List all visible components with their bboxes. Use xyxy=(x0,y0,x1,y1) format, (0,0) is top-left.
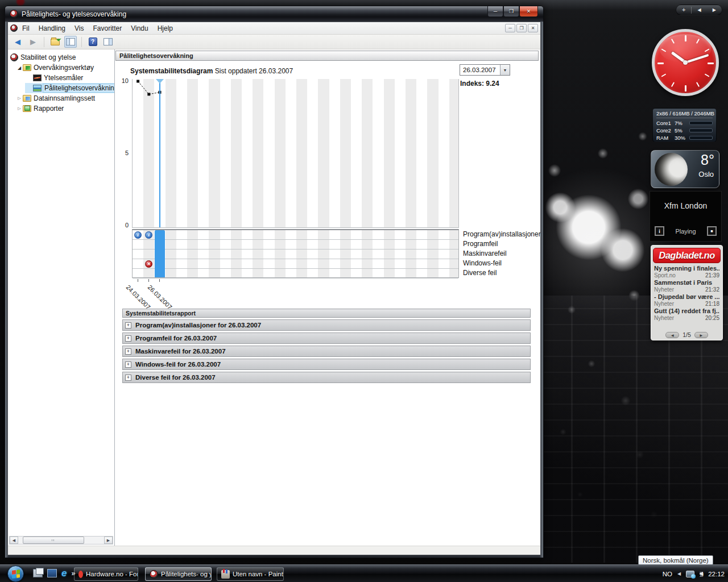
volume-icon[interactable]: ))) xyxy=(700,571,703,577)
menu-favoritter[interactable]: Favoritter xyxy=(89,23,127,34)
taskbar-button-paint[interactable]: Uten navn - Paint xyxy=(217,567,284,581)
tree-root-stabilitet-og-ytelse[interactable]: Stabilitet og ytelse xyxy=(8,52,114,63)
row-label-winfail: Windows-feil xyxy=(463,259,540,268)
rss-feed-gadget[interactable]: Dagbladet.no Ny spenning i finales... Sp… xyxy=(651,245,723,340)
help-icon: ? xyxy=(89,38,97,46)
cpu-meter-gadget[interactable]: 2x86 / 616MB / 2046MB Core1 7% Core2 5% … xyxy=(652,108,717,142)
menu-vis[interactable]: Vis xyxy=(70,23,88,34)
toolbar-separator xyxy=(44,37,44,47)
show-console-tree-button[interactable] xyxy=(64,36,77,48)
dropdown-arrow-icon[interactable]: ▼ xyxy=(500,65,510,75)
horizontal-scrollbar[interactable]: ◀ ▶ xyxy=(9,536,113,544)
scroll-left-icon[interactable]: ◀ xyxy=(10,537,18,544)
menu-fil[interactable]: Fil xyxy=(18,23,34,34)
tree-item-ytelsesmaler[interactable]: Ytelsesmåler xyxy=(8,73,114,83)
radio-stop-button[interactable]: ■ xyxy=(707,226,717,236)
expanded-arrow-icon[interactable]: ◢ xyxy=(16,65,23,70)
tree-item-palitelighetsovervakning[interactable]: Pålitelighetsovervåkning xyxy=(8,83,114,93)
report-row-winfail[interactable]: + Windows-feil for 26.03.2007 xyxy=(122,359,531,370)
status-strip xyxy=(8,546,540,555)
clock-hub xyxy=(683,60,688,65)
console-tree-icon xyxy=(66,38,75,45)
ie-icon[interactable]: e xyxy=(61,568,67,578)
network-icon[interactable] xyxy=(686,571,694,577)
event-row xyxy=(133,259,458,269)
scrollbar-thumb[interactable] xyxy=(23,537,84,544)
maximize-button[interactable]: ❐ xyxy=(503,6,519,17)
report-row-hwfail[interactable]: + Maskinvarefeil for 26.03.2007 xyxy=(122,346,531,357)
feed-item-4[interactable]: Gutt (14) reddet fra fj... Nyheter20:25 xyxy=(651,307,722,321)
weather-gadget[interactable]: 8° Oslo xyxy=(651,150,719,188)
menu-vindu[interactable]: Vindu xyxy=(126,23,152,34)
date-dropdown-value: 26.03.2007 xyxy=(460,66,500,73)
tray-collapse-icon[interactable]: ◀ xyxy=(677,571,681,576)
feed-item-2[interactable]: Sammenstøt i Paris Nyheter21:32 xyxy=(651,278,722,293)
radio-gadget[interactable]: Xfm London i Playing ■ xyxy=(650,191,722,242)
feed-page: 1/5 xyxy=(682,331,691,338)
stability-index: Indeks: 9.24 xyxy=(460,80,499,88)
info-event-icon[interactable]: i xyxy=(134,231,142,239)
minimize-button[interactable]: ─ xyxy=(487,6,503,17)
feed-item-3[interactable]: - Djupedal bør være ... Nyheter21:18 xyxy=(651,293,722,307)
show-desktop-icon[interactable] xyxy=(47,569,57,577)
date-dropdown[interactable]: 26.03.2007 ▼ xyxy=(460,64,510,76)
expand-plus-icon[interactable]: + xyxy=(125,335,131,342)
x-tick xyxy=(148,279,149,282)
event-grid[interactable]: ii✕ xyxy=(132,229,459,278)
expand-plus-icon[interactable]: + xyxy=(125,348,131,355)
menu-handling[interactable]: Handling xyxy=(34,23,70,34)
event-row xyxy=(133,250,458,259)
menu-hjelp[interactable]: Hjelp xyxy=(153,23,177,34)
row-label-misc: Diverse feil xyxy=(463,268,540,278)
close-button[interactable]: ✕ xyxy=(519,6,538,17)
radio-status: Playing xyxy=(675,228,696,235)
add-gadget-icon[interactable]: + xyxy=(676,5,691,15)
toolbar-separator-2 xyxy=(81,37,82,47)
selected-date-marker-icon xyxy=(156,79,164,84)
taskbar-button-reliability[interactable]: Pålitelighets- og yte... xyxy=(145,567,212,581)
expand-plus-icon[interactable]: + xyxy=(125,361,131,368)
feed-item-1[interactable]: Ny spenning i finales... Sport.no21:39 xyxy=(651,264,722,278)
expand-plus-icon[interactable]: + xyxy=(125,375,131,381)
report-row-installs[interactable]: + Program(av)installasjoner for 26.03.20… xyxy=(122,319,531,331)
tree-item-overvakingsverktoy[interactable]: ◢ Overvåkingsverktøy xyxy=(8,63,114,73)
tree-item-datainnsamlingssett[interactable]: ▷ Datainnsamlingssett xyxy=(8,93,114,103)
x-tick xyxy=(159,279,160,282)
window-switcher-icon[interactable] xyxy=(33,569,43,577)
prev-page-icon[interactable]: ◀ xyxy=(692,5,706,15)
stability-plot[interactable] xyxy=(132,79,459,228)
report-row-appfail[interactable]: + Programfeil for 26.03.2007 xyxy=(122,332,531,344)
start-button[interactable] xyxy=(7,566,24,582)
export-list-button[interactable] xyxy=(49,36,61,48)
tree-item-rapporter[interactable]: ▷ Rapporter xyxy=(8,103,114,114)
performance-monitor-icon xyxy=(33,74,42,81)
chart-updated: Sist oppdatert 26.03.2007 xyxy=(215,67,293,75)
mmc-console: Fil Handling Vis Favoritter Vindu Hjelp … xyxy=(7,22,541,555)
x-tick xyxy=(138,279,138,282)
scroll-right-icon[interactable]: ▶ xyxy=(104,537,113,544)
forward-button[interactable]: ▶ xyxy=(27,36,39,48)
clock-gadget[interactable] xyxy=(652,29,719,96)
show-action-pane-button[interactable] xyxy=(102,36,114,48)
feed-prev-icon[interactable]: ◀ xyxy=(665,332,679,338)
child-close-button[interactable]: ✕ xyxy=(528,24,538,32)
child-minimize-button[interactable]: ─ xyxy=(505,24,515,32)
row-label-installs: Program(av)installasjoner xyxy=(463,230,540,239)
expand-plus-icon[interactable]: + xyxy=(125,322,131,329)
help-button[interactable]: ? xyxy=(86,36,99,48)
child-restore-button[interactable]: ❐ xyxy=(516,24,527,32)
y-tick-5: 5 xyxy=(117,149,129,156)
radio-info-button[interactable]: i xyxy=(655,226,664,236)
window-titlebar[interactable]: Pålitelighets- og ytelsesovervåking ─ ❐ … xyxy=(5,6,543,22)
next-page-icon[interactable]: ▶ xyxy=(707,5,722,15)
back-arrow-icon: ◀ xyxy=(15,38,20,45)
back-button[interactable]: ◀ xyxy=(11,36,24,48)
collapsed-arrow-icon[interactable]: ▷ xyxy=(16,106,23,111)
report-row-misc[interactable]: + Diverse feil for 26.03.2007 xyxy=(122,372,531,383)
collapsed-arrow-icon[interactable]: ▷ xyxy=(16,96,23,101)
dagbladet-logo[interactable]: Dagbladet.no xyxy=(653,248,721,263)
feed-next-icon[interactable]: ▶ xyxy=(694,332,708,338)
taskbar-button-opera[interactable]: Hardware.no - Foru... xyxy=(74,567,138,581)
y-tick-0: 0 xyxy=(117,222,129,228)
language-indicator[interactable]: NO xyxy=(663,571,672,577)
